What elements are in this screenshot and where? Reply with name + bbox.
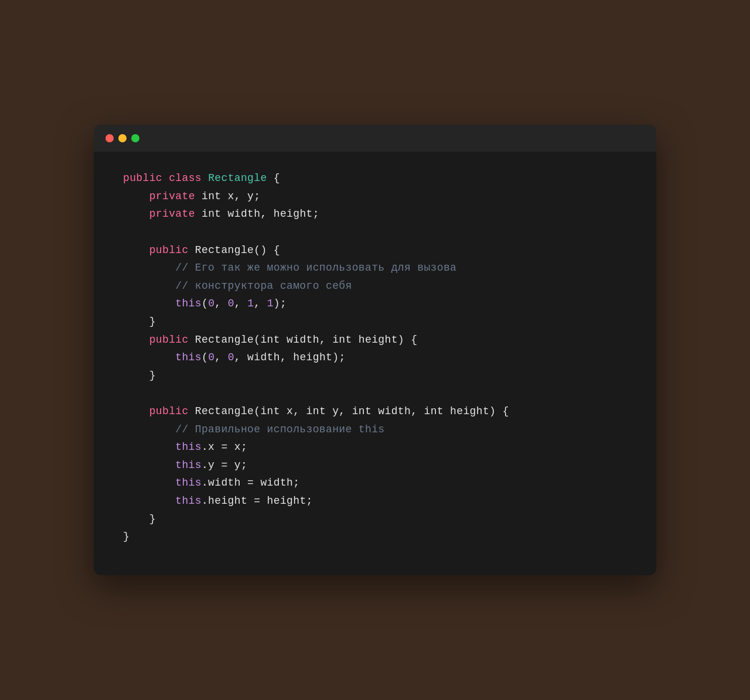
code-line-7: // конструктора самого себя [123, 277, 627, 295]
code-line-19: this.height = height; [123, 492, 627, 510]
code-line-1: public class Rectangle { [123, 169, 627, 187]
close-button[interactable] [105, 134, 114, 142]
code-line-10: public Rectangle(int width, int height) … [123, 331, 627, 349]
titlebar [94, 125, 656, 152]
code-line-6: // Его так же можно использовать для выз… [123, 259, 627, 277]
code-line-20: } [123, 510, 627, 528]
code-line-9: } [123, 313, 627, 331]
code-line-12: } [123, 367, 627, 385]
code-line-8: this(0, 0, 1, 1); [123, 295, 627, 313]
code-line-15: // Правильное использование this [123, 421, 627, 439]
code-line-14: public Rectangle(int x, int y, int width… [123, 402, 627, 421]
code-line-blank1 [123, 223, 627, 241]
code-line-blank2 [123, 384, 627, 402]
code-line-16: this.x = x; [123, 438, 627, 456]
maximize-button[interactable] [131, 134, 139, 142]
code-line-2: private int x, y; [123, 187, 627, 206]
code-line-3: private int width, height; [123, 205, 627, 223]
code-line-5: public Rectangle() { [123, 241, 627, 259]
minimize-button[interactable] [118, 134, 127, 142]
code-editor: public class Rectangle { private int x, … [94, 152, 656, 575]
code-line-21: } [123, 528, 627, 546]
code-line-11: this(0, 0, width, height); [123, 349, 627, 367]
code-window: public class Rectangle { private int x, … [94, 125, 656, 575]
code-line-17: this.y = y; [123, 456, 627, 474]
code-line-18: this.width = width; [123, 474, 627, 492]
